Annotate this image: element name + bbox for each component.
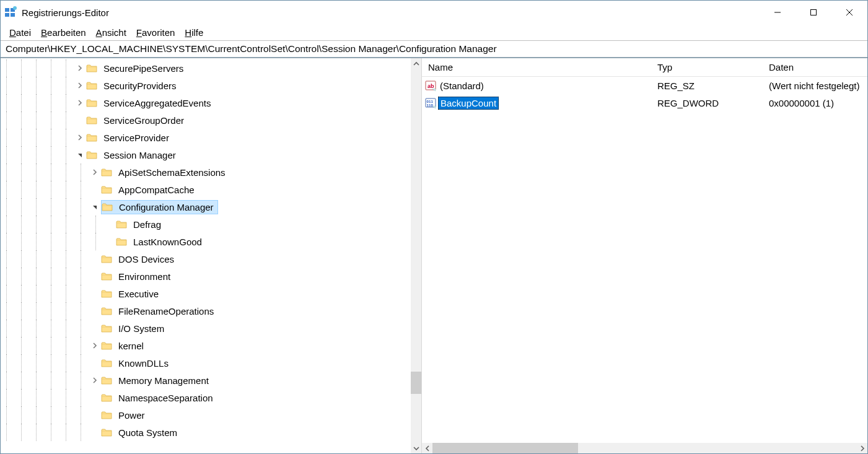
- tree-item[interactable]: Power: [1, 406, 411, 424]
- svg-rect-2: [5, 13, 9, 17]
- chevron-right-icon[interactable]: [75, 98, 85, 108]
- tree-item[interactable]: DOS Devices: [1, 250, 411, 268]
- value-data: (Wert nicht festgelegt): [763, 81, 867, 91]
- menu-hilfe[interactable]: Hilfe: [180, 26, 208, 39]
- tree-item-label: kernel: [116, 339, 146, 352]
- expander-placeholder: [90, 323, 100, 333]
- registry-tree[interactable]: SecurePipeServers SecurityProviders Serv…: [1, 58, 411, 453]
- scroll-left-arrow-icon[interactable]: [422, 443, 432, 453]
- scroll-up-arrow-icon[interactable]: [411, 58, 421, 69]
- tree-item-label: Defrag: [131, 218, 164, 231]
- menu-ansicht[interactable]: Ansicht: [91, 26, 131, 39]
- expander-placeholder: [90, 306, 100, 316]
- close-button[interactable]: [831, 1, 867, 24]
- svg-rect-6: [811, 10, 817, 15]
- tree-item-label: Session Manager: [101, 149, 178, 162]
- value-type: REG_SZ: [651, 81, 763, 91]
- scroll-track[interactable]: [411, 69, 421, 443]
- values-pane: Name Typ Daten ab (Standard)REG_SZ(Wert …: [422, 58, 867, 453]
- scroll-thumb[interactable]: [432, 443, 578, 453]
- tree-item[interactable]: AppCompatCache: [1, 181, 411, 198]
- maximize-button[interactable]: [796, 1, 831, 24]
- svg-rect-0: [5, 8, 9, 12]
- scroll-right-arrow-icon[interactable]: [857, 443, 867, 453]
- tree-item-label: NamespaceSeparation: [116, 391, 216, 404]
- tree-item[interactable]: Session Manager: [1, 146, 411, 164]
- chevron-right-icon[interactable]: [90, 341, 100, 351]
- value-row[interactable]: 011 110 BackupCountREG_DWORD0x00000001 (…: [422, 94, 867, 111]
- tree-item[interactable]: I/O System: [1, 320, 411, 337]
- tree-item-label: I/O System: [116, 322, 167, 335]
- tree-item[interactable]: ServiceGroupOrder: [1, 111, 411, 129]
- tree-item[interactable]: Configuration Manager: [1, 198, 411, 216]
- menu-favoriten[interactable]: Favoriten: [131, 26, 180, 39]
- tree-item[interactable]: Environment: [1, 268, 411, 285]
- tree-item[interactable]: LastKnownGood: [1, 233, 411, 250]
- menubar: Datei Bearbeiten Ansicht Favoriten Hilfe: [1, 24, 867, 40]
- tree-item-label: Configuration Manager: [116, 201, 216, 214]
- chevron-right-icon[interactable]: [75, 63, 85, 73]
- values-header: Name Typ Daten: [422, 58, 867, 77]
- tree-item[interactable]: KnownDLLs: [1, 354, 411, 372]
- tree-item[interactable]: ServiceAggregatedEvents: [1, 94, 411, 111]
- tree-item[interactable]: Memory Management: [1, 372, 411, 389]
- tree-item-label: SecurityProviders: [101, 79, 179, 92]
- column-type[interactable]: Typ: [651, 59, 763, 75]
- svg-text:ab: ab: [427, 83, 434, 89]
- tree-item[interactable]: SecurityProviders: [1, 77, 411, 94]
- tree-pane: SecurePipeServers SecurityProviders Serv…: [1, 58, 422, 453]
- scroll-thumb[interactable]: [411, 372, 421, 394]
- menu-bearbeiten[interactable]: Bearbeiten: [36, 26, 91, 39]
- tree-item[interactable]: Executive: [1, 285, 411, 302]
- expander-placeholder: [105, 237, 115, 247]
- address-bar[interactable]: Computer\HKEY_LOCAL_MACHINE\SYSTEM\Curre…: [1, 40, 867, 58]
- tree-item-label: Executive: [116, 287, 161, 300]
- tree-item[interactable]: SecurePipeServers: [1, 59, 411, 77]
- chevron-right-icon[interactable]: [75, 133, 85, 142]
- registry-editor-window: Registrierungs-Editor Datei Bearbeiten A…: [0, 0, 868, 454]
- tree-item[interactable]: FileRenameOperations: [1, 302, 411, 320]
- tree-item[interactable]: kernel: [1, 337, 411, 354]
- expander-placeholder: [90, 254, 100, 264]
- titlebar: Registrierungs-Editor: [1, 1, 867, 24]
- tree-item[interactable]: Quota System: [1, 424, 411, 441]
- tree-item-label: Memory Management: [116, 374, 211, 387]
- window-title: Registrierungs-Editor: [22, 7, 760, 18]
- chevron-down-icon[interactable]: [75, 150, 85, 160]
- chevron-right-icon[interactable]: [75, 81, 85, 90]
- expander-placeholder: [90, 185, 100, 194]
- tree-item[interactable]: ApiSetSchemaExtensions: [1, 164, 411, 181]
- value-row[interactable]: ab (Standard)REG_SZ(Wert nicht festgeleg…: [422, 77, 867, 94]
- values-list[interactable]: ab (Standard)REG_SZ(Wert nicht festgeleg…: [422, 77, 867, 443]
- svg-rect-3: [11, 13, 15, 17]
- tree-item[interactable]: ServiceProvider: [1, 129, 411, 146]
- tree-item-label: SecurePipeServers: [101, 62, 186, 75]
- chevron-right-icon[interactable]: [90, 375, 100, 385]
- tree-item-label: DOS Devices: [116, 253, 177, 266]
- minimize-button[interactable]: [760, 1, 796, 24]
- column-name[interactable]: Name: [422, 59, 651, 75]
- expander-placeholder: [90, 427, 100, 437]
- expander-placeholder: [90, 393, 100, 403]
- tree-item-label: ServiceGroupOrder: [101, 114, 186, 127]
- values-horizontal-scrollbar[interactable]: [422, 443, 867, 453]
- chevron-right-icon[interactable]: [90, 167, 100, 177]
- expander-placeholder: [90, 410, 100, 420]
- tree-item-label: KnownDLLs: [116, 357, 171, 370]
- menu-datei[interactable]: Datei: [4, 26, 36, 39]
- scroll-down-arrow-icon[interactable]: [411, 443, 421, 453]
- tree-item-label: ServiceAggregatedEvents: [101, 97, 213, 110]
- tree-item[interactable]: NamespaceSeparation: [1, 389, 411, 406]
- tree-item-label: FileRenameOperations: [116, 305, 216, 318]
- svg-point-4: [13, 6, 17, 10]
- scroll-track[interactable]: [432, 443, 857, 453]
- regedit-icon: [4, 6, 17, 19]
- tree-item-label: AppCompatCache: [116, 183, 197, 196]
- chevron-down-icon[interactable]: [90, 202, 100, 212]
- tree-item[interactable]: Defrag: [1, 216, 411, 233]
- expander-placeholder: [90, 358, 100, 368]
- column-data[interactable]: Daten: [763, 59, 867, 75]
- main-split: SecurePipeServers SecurityProviders Serv…: [1, 58, 867, 453]
- tree-vertical-scrollbar[interactable]: [411, 58, 421, 453]
- tree-item-label: Environment: [116, 270, 173, 283]
